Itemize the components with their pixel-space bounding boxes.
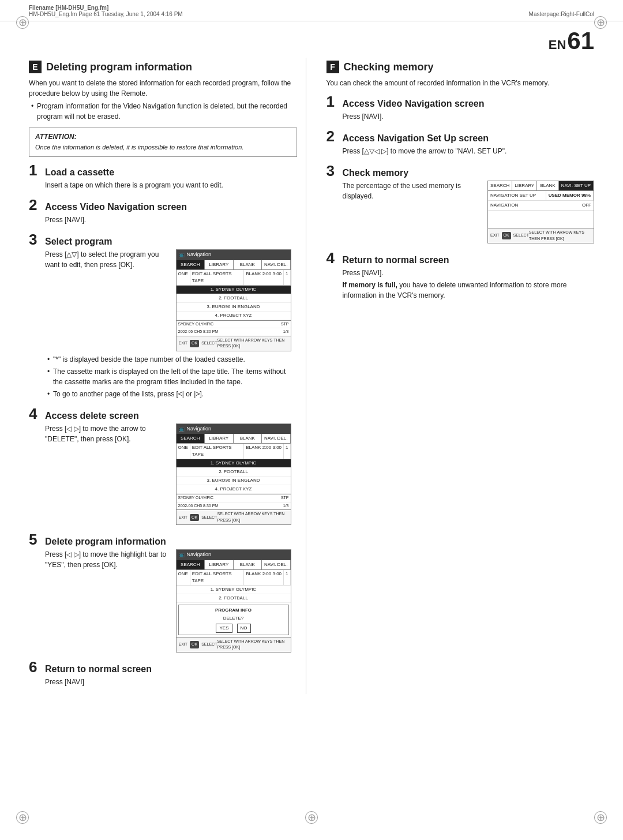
nav4-tab-search: SEARCH	[177, 434, 205, 443]
section-e-header: E Deleting program information	[29, 61, 297, 73]
page-wrapper: Filename [HM-DH5U_Eng.fm] HM-DH5U_Eng.fm…	[0, 0, 623, 840]
nav5-item-0: 1. SYDNEY OLYMPIC	[177, 586, 291, 594]
step-e1-title: Load a cassette	[45, 167, 114, 178]
step-e3-img: 📺 Navigation SEARCH LIBRARY BLANK NAVI. …	[176, 249, 297, 351]
step-e2-body: Press [NAVI].	[29, 215, 297, 225]
nav-cell-num: 1	[284, 270, 290, 285]
nav5-title: 📺 Navigation	[177, 550, 291, 560]
nav-title-text: Navigation	[187, 251, 212, 259]
step-e3-title: Select program	[45, 237, 112, 247]
step-f3-header: 3 Check memory	[326, 163, 595, 178]
step-f4-body: Press [NAVI]. If memory is full, you hav…	[326, 268, 595, 301]
nav-screen-3-title: 📺 Navigation	[177, 250, 291, 260]
step-e5-desc: Press [◁ ▷] to move the highlight bar to…	[45, 549, 170, 570]
nav-tabs-4: SEARCH LIBRARY BLANK NAVI. DEL.	[177, 434, 291, 444]
step-e6-num: 6	[29, 659, 40, 674]
nav4-footer-time: 2002-06 CH5 8:30 PM 1/3	[177, 502, 291, 510]
step-e4-content: Press [◁ ▷] to move the arrow to "DELETE…	[45, 423, 297, 526]
nav4-counter: 1/3	[283, 503, 289, 509]
nav5-title-text: Navigation	[187, 551, 212, 559]
cm-row1-label: NAVIGATION SET UP	[488, 191, 546, 200]
nav-ok-btn: OK	[190, 340, 199, 347]
reg-mark-br	[594, 811, 607, 824]
step-e5-num: 5	[29, 532, 40, 547]
subfilename: HM-DH5U_Eng.fm Page 61 Tuesday, June 1, …	[29, 11, 183, 17]
nav5-tab-del: NAVI. DEL.	[262, 560, 291, 569]
nav5-cell-blank: BLANK 2:00 3:00	[244, 570, 284, 585]
nav4-tab-del: NAVI. DEL.	[262, 434, 291, 443]
section-f-title: Checking memory	[344, 61, 434, 73]
nav4-exit: EXIT	[179, 515, 188, 521]
nav-screen-5: 📺 Navigation SEARCH LIBRARY BLANK NAVI. …	[176, 549, 291, 652]
step-e2-text: Press [NAVI].	[45, 215, 297, 225]
nav5-footer: EXIT OK SELECT SELECT WITH ARROW KEYS TH…	[177, 637, 291, 652]
step-e3-text: Press [△▽] to select the program you wan…	[45, 249, 170, 272]
nav4-instruction: SELECT WITH ARROW KEYS THEN PRESS [OK]	[217, 511, 288, 523]
nav-cell-one: ONE	[177, 270, 190, 285]
cm-spacer	[488, 211, 594, 228]
nav-exit-label: EXIT	[179, 340, 188, 347]
nav-tab-library: LIBRARY	[205, 260, 234, 269]
nav4-title-text: Navigation	[187, 425, 212, 433]
attention-text: Once the information is deleted, it is i…	[35, 143, 291, 152]
nav-item-3-2: 3. EURO96 IN ENGLAND	[177, 303, 291, 312]
step-e5-body: Press [◁ ▷] to move the highlight bar to…	[29, 549, 297, 652]
step-e1-text: Insert a tape on which there is a progra…	[45, 180, 297, 190]
cm-tab-library: LIBRARY	[512, 181, 537, 190]
nav-cell-blank: BLANK 2:00 3:00	[244, 270, 284, 285]
nav5-footer-controls: EXIT OK SELECT	[179, 639, 217, 651]
step-e3-header: 3 Select program	[29, 232, 297, 247]
f-intro-p: You can check the amount of recorded inf…	[326, 78, 595, 88]
step-f4-title: Return to normal screen	[343, 255, 449, 265]
nav5-instruction: SELECT WITH ARROW KEYS THEN PRESS [OK]	[217, 639, 288, 651]
cm-row2: NAVIGATION OFF	[488, 201, 594, 211]
step-e4-text: Press [◁ ▷] to move the arrow to "DELETE…	[45, 423, 170, 446]
nav-item-3-1: 2. FOOTBALL	[177, 294, 291, 303]
step-f4-text: Press [NAVI].	[343, 268, 595, 278]
reg-mark-tr	[594, 16, 607, 29]
header-bar: Filename [HM-DH5U_Eng.fm] HM-DH5U_Eng.fm…	[0, 0, 623, 21]
nav5-delete-label: DELETE?	[181, 615, 287, 622]
nav-item-3-3: 4. PROJECT XYZ	[177, 312, 291, 320]
nav4-ok: OK	[190, 514, 199, 522]
nav4-item-1: 2. FOOTBALL	[177, 468, 291, 477]
nav5-tab-search: SEARCH	[177, 560, 205, 569]
step-f3-content: The percentage of the used memory is dis…	[343, 181, 595, 243]
nav4-footer-controls: EXIT OK SELECT	[179, 511, 217, 523]
step-f2-num: 2	[326, 129, 338, 144]
step-e3-bullets: "*" is displayed beside the tape number …	[45, 354, 297, 399]
nav-footer-counter: 1/3	[283, 329, 289, 335]
step-f3-num: 3	[326, 163, 338, 178]
nav-screen-4: 📺 Navigation SEARCH LIBRARY BLANK NAVI. …	[176, 423, 291, 526]
nav5-cell-tape: EDIT ALL SPORTS TAPE	[190, 570, 244, 585]
nav5-no: NO	[237, 624, 251, 633]
nav-footer-date-3: SYDNEY OLYMPIC STP	[177, 320, 291, 328]
nav-tab-navi: NAVI. DEL.	[262, 260, 291, 269]
step-f4-num: 4	[326, 250, 338, 265]
section-f-header: F Checking memory	[326, 61, 595, 73]
step-e3: 3 Select program Press [△▽] to select th…	[29, 232, 297, 399]
nav5-prog-info-label: PROGRAM INFO	[181, 607, 287, 614]
step-e2-num: 2	[29, 197, 40, 212]
step-f2-text: Press [△▽◁ ▷] to move the arrow to "NAVI…	[343, 146, 595, 156]
step-e6-title: Return to normal screen	[45, 664, 152, 674]
cm-footer: EXIT OK SELECT SELECT WITH ARROW KEYS TH…	[488, 228, 594, 243]
attention-title: ATTENTION:	[35, 133, 291, 141]
step-f3-body: The percentage of the used memory is dis…	[326, 181, 595, 243]
step-e5-title: Delete program information	[45, 537, 166, 547]
step-f3-text: The percentage of the used memory is dis…	[343, 181, 468, 203]
reg-mark-tl	[16, 16, 29, 29]
nav4-footer-label: SYDNEY OLYMPIC	[178, 495, 214, 501]
step-f1: 1 Access Video Navigation screen Press […	[326, 94, 595, 122]
nav4-footer: EXIT OK SELECT SELECT WITH ARROW KEYS TH…	[177, 509, 291, 524]
nav5-item-1: 2. FOOTBALL	[177, 594, 291, 603]
nav5-cell-one: ONE	[177, 570, 190, 585]
nav-icon: 📺	[179, 252, 185, 258]
nav-footer-date-label: SYDNEY OLYMPIC	[178, 321, 214, 328]
step-f3: 3 Check memory The percentage of the use…	[326, 163, 595, 243]
step-e3-content: Press [△▽] to select the program you wan…	[45, 249, 297, 351]
nav-tab-search: SEARCH	[177, 260, 205, 269]
step-f3-desc: The percentage of the used memory is dis…	[343, 181, 468, 201]
intro-p1: When you want to delete the stored infor…	[29, 78, 297, 99]
step-e5: 5 Delete program information Press [◁ ▷]…	[29, 532, 297, 652]
